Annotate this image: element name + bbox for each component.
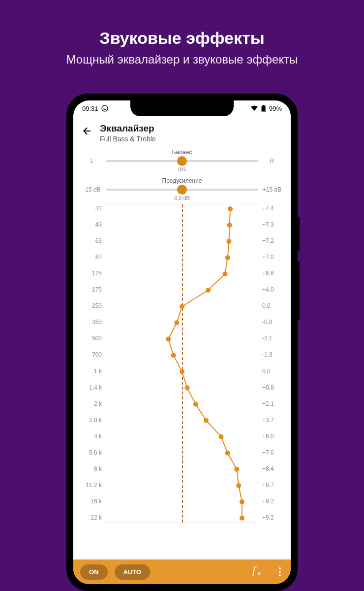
svg-rect-3 [262,106,265,111]
eq-band-handle[interactable] [222,271,227,276]
svg-point-0 [102,105,108,111]
balance-section: Баланс L R 0% [73,147,291,172]
status-time: 09:31 [82,105,98,112]
eq-freq-label: 63 [80,237,102,244]
eq-freq-label: 87 [80,254,102,261]
svg-text:x: x [258,569,261,577]
eq-band-handle[interactable] [236,483,241,488]
eq-freq-label: 2 k [80,400,102,407]
eq-band-handle[interactable] [226,239,231,244]
eq-gain-label: +7.2 [262,237,284,244]
battery-icon [261,105,266,112]
eq-band-handle[interactable] [225,255,230,260]
promo-subtitle: Мощный эквалайзер и звуковые эффекты [0,53,364,66]
eq-gain-label: 0.0 [262,302,284,309]
status-battery: 99% [269,105,282,112]
eq-auto-toggle[interactable]: AUTO [115,564,151,580]
eq-band-handle[interactable] [225,451,230,456]
eq-band-handle[interactable] [234,467,239,472]
balance-slider[interactable] [106,160,258,162]
balance-right-label: R [262,158,282,164]
eq-freq-label: 43 [80,221,102,228]
eq-curve [104,204,260,523]
balance-thumb[interactable] [177,156,187,166]
eq-band-handle[interactable] [240,516,244,521]
balance-label: Баланс [82,149,282,156]
eq-freq-label: 700 [80,351,102,358]
svg-text:f: f [252,564,257,576]
eq-gain-label: +7.3 [262,221,284,228]
more-icon[interactable] [276,567,284,576]
svg-rect-2 [263,105,264,106]
eq-gain-label: -2.1 [262,335,284,342]
fx-icon[interactable]: fx [246,564,269,580]
eq-band-handle[interactable] [180,369,184,374]
eq-gain-label: -1.3 [262,351,284,358]
eq-freq-label: 22 k [80,514,102,521]
page-title: Эквалайзер [100,123,156,134]
eq-gain-label: +8.7 [262,482,284,489]
eq-freq-label: 31 [80,205,102,212]
eq-band-handle[interactable] [219,434,224,439]
eq-gain-label: +2.1 [262,400,284,407]
preset-name[interactable]: Full Bass & Treble [100,135,156,143]
eq-band-handle[interactable] [171,353,176,358]
eq-band-handle[interactable] [180,304,184,309]
preamp-thumb[interactable] [177,185,187,195]
balance-value: 0% [82,166,282,172]
eq-gain-label: +4.0 [262,286,284,293]
phone-screen: 09:31 99% Эквалайзер Full Bass & Treble … [73,100,291,584]
eq-band-handle[interactable] [240,499,244,504]
eq-freq-label: 250 [80,302,102,309]
eq-freq-label: 16 k [80,498,102,505]
equalizer-chart[interactable]: 31+7.443+7.363+7.287+7.0125+6.6175+4.025… [80,204,284,523]
app-indicator-icon [101,105,108,112]
eq-freq-label: 500 [80,335,102,342]
wifi-icon [250,105,258,111]
eq-freq-label: 125 [80,270,102,277]
balance-left-label: L [82,158,102,164]
eq-band-handle[interactable] [204,418,209,423]
eq-freq-label: 175 [80,286,102,293]
preamp-section: Предусиление -15 dB +15 dB 0.0 dB [73,175,291,201]
eq-band-handle[interactable] [174,320,179,325]
phone-frame: 09:31 99% Эквалайзер Full Bass & Treble … [66,94,298,591]
back-icon[interactable] [81,125,93,137]
eq-band-handle[interactable] [193,402,198,407]
eq-gain-label: +9.2 [262,514,284,521]
preamp-slider[interactable] [106,189,258,191]
eq-band-handle[interactable] [185,386,190,391]
eq-band-handle[interactable] [228,206,233,211]
eq-freq-label: 11.2 k [80,482,102,489]
eq-gain-label: +9.2 [262,498,284,505]
preamp-min-label: -15 dB [82,186,102,193]
eq-freq-label: 1.4 k [80,384,102,391]
eq-gain-label: +6.0 [262,433,284,440]
phone-side-button [298,217,300,251]
eq-gain-label: +7.0 [262,254,284,261]
eq-on-toggle[interactable]: ON [80,564,108,580]
bottom-toolbar: ON AUTO fx [73,559,291,584]
preamp-max-label: +15 dB [262,186,282,193]
preamp-label: Предусиление [82,177,282,184]
eq-freq-label: 2.8 k [80,417,102,424]
eq-band-handle[interactable] [206,288,211,293]
app-header: Эквалайзер Full Bass & Treble [73,116,291,147]
eq-band-handle[interactable] [166,336,171,341]
eq-gain-label: +7.4 [262,205,284,212]
eq-gain-label: +6.6 [262,270,284,277]
eq-gain-label: 0.0 [262,368,284,375]
eq-gain-label: +7.0 [262,449,284,456]
eq-freq-label: 8 k [80,465,102,472]
eq-gain-label: -0.8 [262,319,284,326]
eq-freq-label: 350 [80,319,102,326]
eq-freq-label: 1 k [80,368,102,375]
phone-notch [130,100,234,116]
phone-side-button [298,261,300,320]
eq-gain-label: +8.4 [262,465,284,472]
eq-freq-label: 5.6 k [80,449,102,456]
eq-gain-label: +0.8 [262,384,284,391]
eq-band-handle[interactable] [227,223,232,228]
preamp-value: 0.0 dB [82,195,282,201]
eq-freq-label: 4 k [80,433,102,440]
